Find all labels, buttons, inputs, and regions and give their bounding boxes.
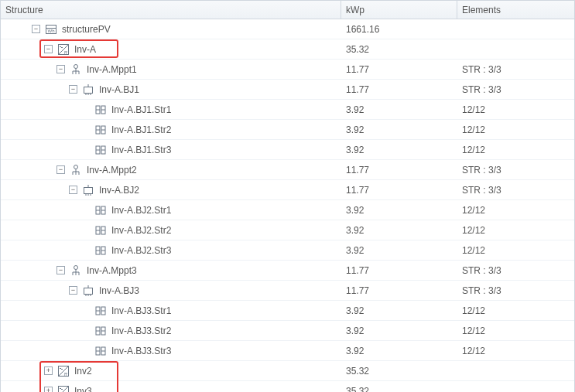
svg-line-4 bbox=[59, 44, 69, 54]
node-label: Inv-A.BJ1.Str2 bbox=[111, 120, 171, 139]
cell-structure: Inv-A.BJ1.Str3 bbox=[1, 140, 341, 159]
svg-line-81 bbox=[59, 386, 69, 392]
collapse-icon[interactable]: − bbox=[56, 266, 65, 274]
svg-point-53 bbox=[74, 265, 78, 269]
expander-spacer bbox=[81, 346, 90, 355]
cell-kwp: 3.92 bbox=[341, 100, 457, 119]
tree-row[interactable]: Inv-A.BJ3.Str13.9212/12 bbox=[1, 301, 574, 321]
cell-elements: STR : 3/3 bbox=[457, 261, 574, 280]
collapse-icon[interactable]: − bbox=[32, 25, 40, 33]
string-icon bbox=[94, 325, 107, 337]
node-label: Inv-A.BJ3 bbox=[99, 281, 139, 300]
cell-kwp: 11.77 bbox=[341, 80, 457, 99]
cell-elements bbox=[457, 19, 574, 39]
node-label: Inv-A.BJ2.Str1 bbox=[111, 200, 171, 220]
junction-icon bbox=[82, 84, 94, 96]
node-label: Inv-A.BJ1 bbox=[99, 80, 139, 99]
cell-structure: Inv-A.BJ2.Str3 bbox=[1, 240, 341, 260]
collapse-icon[interactable]: − bbox=[69, 286, 77, 295]
collapse-icon[interactable]: − bbox=[44, 45, 53, 53]
cell-structure: −Inv-A.BJ2 bbox=[1, 180, 341, 199]
header-elements[interactable]: Elements bbox=[457, 1, 574, 19]
cell-kwp: 3.92 bbox=[341, 220, 457, 240]
tree-row[interactable]: Inv-A.BJ3.Str23.9212/12 bbox=[1, 321, 574, 341]
inverter-icon bbox=[57, 43, 70, 56]
tree-row[interactable]: −Inv-A.BJ211.77STR : 3/3 bbox=[1, 180, 574, 200]
cell-structure: +Inv3 bbox=[1, 381, 341, 392]
tree-row[interactable]: Inv-A.BJ2.Str23.9212/12 bbox=[1, 220, 574, 240]
cell-kwp: 11.77 bbox=[341, 60, 457, 79]
tree-row[interactable]: −Inv-A.Mppt311.77STR : 3/3 bbox=[1, 261, 574, 281]
header-structure[interactable]: Structure bbox=[1, 1, 341, 19]
cell-kwp: 11.77 bbox=[341, 180, 457, 199]
cell-elements: 12/12 bbox=[457, 321, 574, 340]
tree-row[interactable]: −Inv-A.Mppt111.77STR : 3/3 bbox=[1, 60, 574, 80]
cell-elements bbox=[457, 361, 574, 380]
cell-kwp: 3.92 bbox=[341, 140, 457, 159]
inverter-icon bbox=[57, 385, 70, 393]
cell-elements: STR : 3/3 bbox=[457, 60, 574, 79]
cell-structure: Inv-A.BJ1.Str1 bbox=[1, 100, 341, 119]
cell-elements: 12/12 bbox=[457, 200, 574, 220]
node-label: Inv-A.BJ1.Str1 bbox=[111, 100, 171, 119]
cell-elements: STR : 3/3 bbox=[457, 160, 574, 179]
tree-row[interactable]: −Inv-A.Mppt211.77STR : 3/3 bbox=[1, 160, 574, 180]
expander-spacer bbox=[81, 226, 90, 234]
collapse-icon[interactable]: − bbox=[69, 186, 77, 194]
string-icon bbox=[94, 345, 107, 357]
node-label: Inv-A.BJ1.Str3 bbox=[111, 140, 171, 159]
string-icon bbox=[94, 124, 107, 136]
tree-row[interactable]: −Inv-A.BJ111.77STR : 3/3 bbox=[1, 80, 574, 100]
cell-structure: +Inv2 bbox=[1, 361, 341, 380]
mppt-icon bbox=[70, 63, 82, 76]
tree-row[interactable]: −Inv-A.BJ311.77STR : 3/3 bbox=[1, 281, 574, 301]
string-icon bbox=[94, 204, 107, 216]
mppt-icon bbox=[70, 164, 82, 176]
cell-kwp: 11.77 bbox=[341, 261, 457, 280]
expander-spacer bbox=[81, 125, 90, 134]
expander-spacer bbox=[81, 206, 90, 214]
node-label: Inv-A.BJ2 bbox=[99, 180, 139, 199]
cell-elements bbox=[457, 39, 574, 59]
tree-row[interactable]: +Inv235.32 bbox=[1, 361, 574, 381]
cell-structure: Inv-A.BJ3.Str2 bbox=[1, 321, 341, 340]
expand-icon[interactable]: + bbox=[44, 387, 53, 392]
svg-text:Wh: Wh bbox=[48, 29, 55, 33]
node-label: Inv-A.BJ3.Str1 bbox=[111, 301, 171, 320]
node-label: Inv-A.BJ2.Str2 bbox=[111, 220, 171, 240]
header-kwp[interactable]: kWp bbox=[341, 1, 457, 19]
cell-kwp: 3.92 bbox=[341, 240, 457, 260]
cell-elements: 12/12 bbox=[457, 240, 574, 260]
tree-row[interactable]: Inv-A.BJ2.Str13.9212/12 bbox=[1, 200, 574, 220]
tree-row[interactable]: Inv-A.BJ1.Str13.9212/12 bbox=[1, 100, 574, 120]
cell-structure: −WhstructurePV bbox=[1, 19, 341, 39]
collapse-icon[interactable]: − bbox=[56, 65, 65, 73]
string-icon bbox=[94, 305, 107, 317]
cell-structure: Inv-A.BJ2.Str2 bbox=[1, 220, 341, 240]
cell-kwp: 35.32 bbox=[341, 361, 457, 380]
cell-structure: −Inv-A.BJ1 bbox=[1, 80, 341, 99]
cell-elements: STR : 3/3 bbox=[457, 80, 574, 99]
cell-elements: 12/12 bbox=[457, 301, 574, 320]
tree-row[interactable]: −Inv-A35.32 bbox=[1, 39, 574, 60]
expander-spacer bbox=[81, 105, 90, 114]
collapse-icon[interactable]: − bbox=[56, 165, 65, 174]
cell-elements: 12/12 bbox=[457, 220, 574, 240]
expander-spacer bbox=[81, 306, 90, 315]
string-icon bbox=[94, 224, 107, 237]
tree-row[interactable]: −WhstructurePV1661.16 bbox=[1, 19, 574, 39]
node-label: Inv-A.BJ3.Str2 bbox=[111, 321, 171, 340]
node-label: structurePV bbox=[62, 19, 111, 39]
cell-elements bbox=[457, 381, 574, 392]
expand-icon[interactable]: + bbox=[44, 366, 53, 375]
cell-structure: −Inv-A bbox=[1, 39, 341, 59]
cell-kwp: 35.32 bbox=[341, 39, 457, 59]
string-icon bbox=[94, 104, 107, 116]
collapse-icon[interactable]: − bbox=[69, 85, 77, 94]
tree-row[interactable]: Inv-A.BJ2.Str33.9212/12 bbox=[1, 240, 574, 261]
tree-row[interactable]: +Inv335.32 bbox=[1, 381, 574, 392]
tree-row[interactable]: Inv-A.BJ1.Str33.9212/12 bbox=[1, 140, 574, 160]
tree-row[interactable]: Inv-A.BJ3.Str33.9212/12 bbox=[1, 341, 574, 361]
inverter-icon bbox=[57, 365, 70, 377]
tree-row[interactable]: Inv-A.BJ1.Str23.9212/12 bbox=[1, 120, 574, 140]
